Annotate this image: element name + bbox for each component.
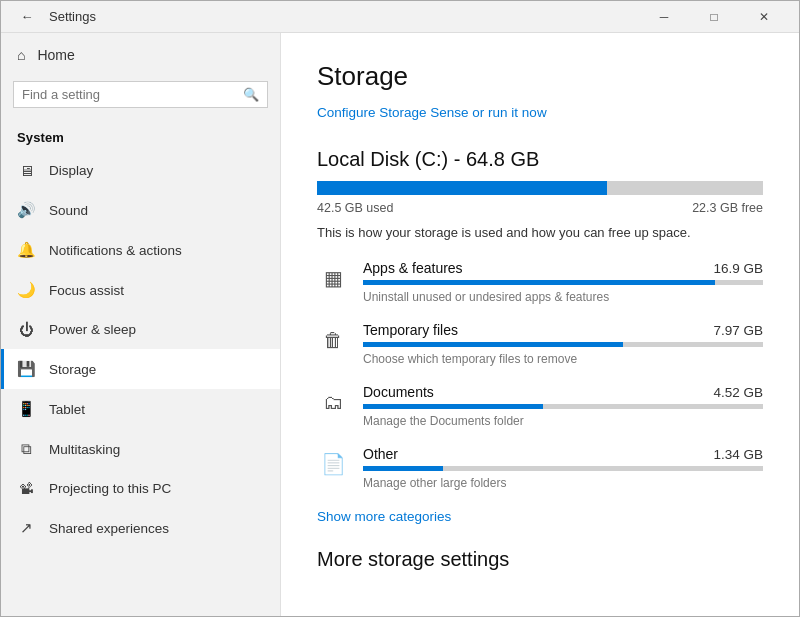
- sidebar-items: 🖥 Display 🔊 Sound 🔔 Notifications & acti…: [1, 151, 280, 548]
- category-icon-1: 🗑: [317, 324, 349, 356]
- configure-link[interactable]: Configure Storage Sense or run it now: [317, 105, 547, 120]
- category-size-0: 16.9 GB: [713, 261, 763, 276]
- sidebar-item-tablet[interactable]: 📱 Tablet: [1, 389, 280, 429]
- tablet-icon: 📱: [17, 400, 35, 418]
- category-name-2[interactable]: Documents: [363, 384, 434, 400]
- minimize-button[interactable]: ─: [641, 1, 687, 33]
- category-bar-fill-2: [363, 404, 543, 409]
- category-desc-1: Choose which temporary files to remove: [363, 352, 763, 366]
- category-desc-0: Uninstall unused or undesired apps & fea…: [363, 290, 763, 304]
- page-title: Storage: [317, 61, 763, 92]
- sidebar-item-label-focus: Focus assist: [49, 283, 124, 298]
- sidebar-item-power[interactable]: ⏻ Power & sleep: [1, 310, 280, 349]
- projecting-icon: 📽: [17, 480, 35, 497]
- storage-category-0: ▦ Apps & features 16.9 GB Uninstall unus…: [317, 260, 763, 304]
- category-name-1[interactable]: Temporary files: [363, 322, 458, 338]
- titlebar: ← Settings ─ □ ✕: [1, 1, 799, 33]
- category-size-3: 1.34 GB: [713, 447, 763, 462]
- back-button[interactable]: ←: [13, 3, 41, 31]
- category-content-2: Documents 4.52 GB Manage the Documents f…: [363, 384, 763, 428]
- sidebar-item-multitasking[interactable]: ⧉ Multitasking: [1, 429, 280, 469]
- display-icon: 🖥: [17, 162, 35, 179]
- content-area: ⌂ Home 🔍 System 🖥 Display 🔊 Sound 🔔 Noti…: [1, 33, 799, 616]
- focus-icon: 🌙: [17, 281, 35, 299]
- storage-category-3: 📄 Other 1.34 GB Manage other large folde…: [317, 446, 763, 490]
- category-icon-2: 🗂: [317, 386, 349, 418]
- sidebar-item-display[interactable]: 🖥 Display: [1, 151, 280, 190]
- show-more-link[interactable]: Show more categories: [317, 509, 451, 524]
- search-input[interactable]: [22, 87, 237, 102]
- category-bar-0: [363, 280, 763, 285]
- sidebar-item-shared[interactable]: ↗ Shared experiences: [1, 508, 280, 548]
- category-content-1: Temporary files 7.97 GB Choose which tem…: [363, 322, 763, 366]
- category-content-3: Other 1.34 GB Manage other large folders: [363, 446, 763, 490]
- category-size-1: 7.97 GB: [713, 323, 763, 338]
- category-name-0[interactable]: Apps & features: [363, 260, 463, 276]
- category-desc-2: Manage the Documents folder: [363, 414, 763, 428]
- storage-bar-used: [317, 181, 607, 195]
- home-icon: ⌂: [17, 47, 25, 63]
- storage-desc: This is how your storage is used and how…: [317, 225, 763, 240]
- sound-icon: 🔊: [17, 201, 35, 219]
- sidebar-item-label-shared: Shared experiences: [49, 521, 169, 536]
- category-bar-fill-3: [363, 466, 443, 471]
- sidebar-item-label-tablet: Tablet: [49, 402, 85, 417]
- search-icon: 🔍: [243, 87, 259, 102]
- category-icon-3: 📄: [317, 448, 349, 480]
- sidebar-item-sound[interactable]: 🔊 Sound: [1, 190, 280, 230]
- more-storage-title: More storage settings: [317, 548, 763, 571]
- sidebar-item-focus[interactable]: 🌙 Focus assist: [1, 270, 280, 310]
- category-bar-fill-1: [363, 342, 623, 347]
- category-size-2: 4.52 GB: [713, 385, 763, 400]
- free-label: 22.3 GB free: [692, 201, 763, 215]
- sidebar-item-label-projecting: Projecting to this PC: [49, 481, 171, 496]
- storage-icon: 💾: [17, 360, 35, 378]
- sidebar-item-storage[interactable]: 💾 Storage: [1, 349, 280, 389]
- category-bar-fill-0: [363, 280, 715, 285]
- multitasking-icon: ⧉: [17, 440, 35, 458]
- sidebar-item-label-storage: Storage: [49, 362, 96, 377]
- storage-category-1: 🗑 Temporary files 7.97 GB Choose which t…: [317, 322, 763, 366]
- window-controls: ─ □ ✕: [641, 1, 787, 33]
- category-bar-1: [363, 342, 763, 347]
- category-bar-2: [363, 404, 763, 409]
- storage-labels: 42.5 GB used 22.3 GB free: [317, 201, 763, 215]
- sidebar-item-label-notifications: Notifications & actions: [49, 243, 182, 258]
- sidebar-item-projecting[interactable]: 📽 Projecting to this PC: [1, 469, 280, 508]
- power-icon: ⏻: [17, 321, 35, 338]
- main-content: Storage Configure Storage Sense or run i…: [281, 33, 799, 616]
- sidebar-item-home[interactable]: ⌂ Home: [1, 33, 280, 77]
- category-bar-3: [363, 466, 763, 471]
- storage-bar-container: [317, 181, 763, 195]
- sidebar-item-notifications[interactable]: 🔔 Notifications & actions: [1, 230, 280, 270]
- sidebar-item-label-display: Display: [49, 163, 93, 178]
- settings-window: ← Settings ─ □ ✕ ⌂ Home 🔍 System 🖥 Displ…: [0, 0, 800, 617]
- maximize-button[interactable]: □: [691, 1, 737, 33]
- sidebar: ⌂ Home 🔍 System 🖥 Display 🔊 Sound 🔔 Noti…: [1, 33, 281, 616]
- storage-category-2: 🗂 Documents 4.52 GB Manage the Documents…: [317, 384, 763, 428]
- close-button[interactable]: ✕: [741, 1, 787, 33]
- category-desc-3: Manage other large folders: [363, 476, 763, 490]
- sidebar-item-label-sound: Sound: [49, 203, 88, 218]
- sidebar-item-label-multitasking: Multitasking: [49, 442, 120, 457]
- category-icon-0: ▦: [317, 262, 349, 294]
- categories-list: ▦ Apps & features 16.9 GB Uninstall unus…: [317, 260, 763, 490]
- shared-icon: ↗: [17, 519, 35, 537]
- sidebar-item-label-power: Power & sleep: [49, 322, 136, 337]
- window-title: Settings: [49, 9, 96, 24]
- search-box[interactable]: 🔍: [13, 81, 268, 108]
- category-content-0: Apps & features 16.9 GB Uninstall unused…: [363, 260, 763, 304]
- used-label: 42.5 GB used: [317, 201, 393, 215]
- section-label: System: [1, 120, 280, 151]
- disk-title: Local Disk (C:) - 64.8 GB: [317, 148, 763, 171]
- home-label: Home: [37, 47, 74, 63]
- category-name-3[interactable]: Other: [363, 446, 398, 462]
- notifications-icon: 🔔: [17, 241, 35, 259]
